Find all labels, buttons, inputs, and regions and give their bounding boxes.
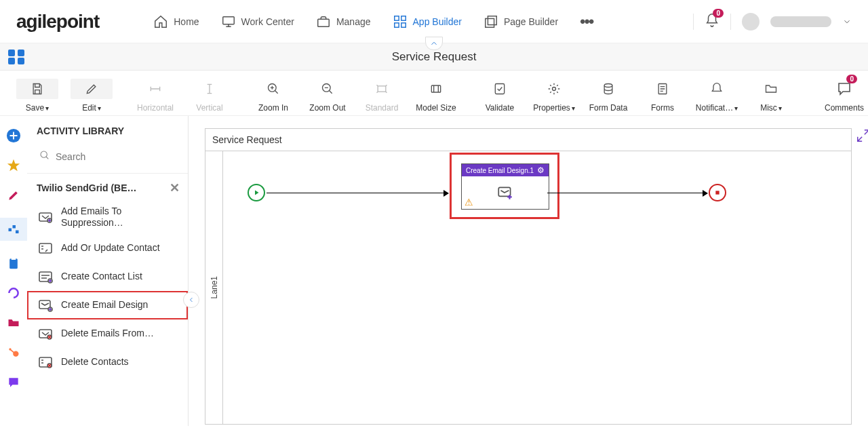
connection[interactable] — [547, 193, 707, 193]
rail-hubspot[interactable] — [6, 345, 21, 360]
validate-button[interactable]: Validate — [475, 79, 525, 113]
activity-highlight: Create Email Design.1 ⚙ ⚠ — [450, 153, 559, 219]
lane-canvas[interactable]: Create Email Design.1 ⚙ ⚠ — [223, 151, 851, 424]
rail-loop[interactable] — [6, 286, 21, 300]
warning-icon: ⚠ — [465, 197, 473, 208]
expand-canvas-button[interactable] — [856, 128, 868, 144]
rail-star[interactable] — [6, 158, 21, 173]
svg-rect-0 — [222, 16, 234, 24]
svg-point-24 — [41, 151, 47, 157]
nav-items: Home Work Center Manage App Builder Page… — [153, 12, 682, 31]
bell-badge: 0 — [713, 9, 724, 18]
activity-icon — [37, 208, 54, 226]
briefcase-icon — [316, 14, 331, 29]
nav-more[interactable]: ••• — [580, 12, 593, 31]
svg-rect-7 — [486, 18, 494, 27]
forms-button[interactable]: Forms — [637, 79, 688, 113]
list-item[interactable]: Delete Contacts — [27, 348, 188, 376]
svg-rect-36 — [498, 187, 510, 196]
svg-rect-2 — [394, 16, 398, 20]
collapse-panel-button[interactable] — [183, 292, 199, 308]
rail-add[interactable] — [6, 128, 21, 143]
apps-icon — [393, 14, 408, 29]
comments-badge: 0 — [846, 75, 857, 83]
notifications-button[interactable]: Notificat…▾ — [692, 79, 742, 113]
library-header: ACTIVITY LIBRARY — [27, 116, 188, 143]
activity-header: Create Email Design.1 ⚙ — [462, 164, 549, 176]
nav-app-builder[interactable]: App Builder — [393, 14, 462, 29]
app-grid-icon[interactable] — [8, 50, 26, 64]
rail-edit[interactable] — [6, 188, 21, 203]
zoom-in-button[interactable]: Zoom In — [248, 79, 298, 113]
connection[interactable] — [267, 193, 448, 193]
search-icon — [39, 150, 50, 163]
list-item-create-email-design[interactable]: Create Email Design — [27, 291, 188, 319]
svg-rect-1 — [318, 19, 330, 26]
svg-rect-6 — [488, 16, 496, 24]
monitor-icon — [221, 14, 236, 29]
search-input[interactable] — [37, 147, 178, 166]
close-icon[interactable]: ✕ — [170, 180, 180, 195]
edit-button[interactable]: Edit▾ — [66, 79, 117, 113]
divider — [693, 14, 694, 30]
logo: agilepoint — [16, 11, 99, 33]
activity-icon — [37, 239, 54, 257]
nav-home[interactable]: Home — [153, 14, 199, 29]
comments-button[interactable]: 0 Comments — [823, 79, 865, 113]
process-canvas[interactable]: Service Request Lane1 Create Email Desig… — [189, 116, 868, 426]
process-header[interactable]: Service Request — [205, 128, 852, 151]
svg-rect-20 — [9, 258, 18, 269]
svg-rect-5 — [401, 22, 405, 26]
gear-icon — [547, 82, 561, 96]
toolbar: Save▾ Edit▾ Horizontal Vertical Zoom In … — [0, 71, 868, 116]
zoom-out-button[interactable]: Zoom Out — [302, 79, 353, 113]
left-rail — [0, 116, 27, 426]
model-size-button[interactable]: Model Size — [411, 79, 461, 113]
list-item[interactable]: Add Or Update Contact — [27, 234, 188, 262]
activity-icon — [37, 353, 54, 371]
notification-bell[interactable]: 0 — [705, 13, 719, 30]
page-title: Service Request — [392, 50, 477, 64]
library-category[interactable]: Twilio SendGrid (BE… ✕ — [27, 174, 188, 200]
save-button[interactable]: Save▾ — [12, 79, 62, 113]
rail-workflow[interactable] — [0, 218, 27, 241]
svg-rect-10 — [378, 86, 386, 92]
rail-folder[interactable] — [6, 315, 21, 330]
standard-button[interactable]: Standard — [357, 79, 407, 113]
vertical-button[interactable]: Vertical — [184, 79, 235, 113]
svg-rect-4 — [394, 22, 398, 26]
list-item[interactable]: Create Contact List — [27, 262, 188, 291]
activity-library-panel: ACTIVITY LIBRARY Twilio SendGrid (BE… ✕ … — [27, 116, 189, 426]
properties-button[interactable]: Properties▾ — [529, 79, 579, 113]
svg-point-13 — [553, 87, 556, 91]
user-name-placeholder — [770, 16, 831, 27]
svg-point-14 — [604, 84, 612, 87]
horizontal-icon — [149, 82, 162, 96]
end-node[interactable] — [709, 184, 726, 201]
svg-rect-3 — [401, 16, 405, 20]
misc-button[interactable]: Misc▾ — [746, 79, 796, 113]
activity-body: ⚠ — [462, 176, 549, 210]
svg-rect-12 — [495, 84, 504, 94]
svg-rect-11 — [431, 85, 440, 92]
collapse-toolbar-button[interactable] — [425, 37, 443, 50]
form-data-button[interactable]: Form Data — [583, 79, 633, 113]
pages-icon — [484, 14, 498, 29]
rail-chat[interactable] — [6, 375, 21, 390]
nav-manage[interactable]: Manage — [316, 14, 371, 29]
nav-page-builder[interactable]: Page Builder — [484, 14, 558, 29]
activity-node[interactable]: Create Email Design.1 ⚙ ⚠ — [461, 163, 549, 210]
list-item[interactable]: Add Emails To Suppression… — [27, 200, 188, 234]
horizontal-button[interactable]: Horizontal — [130, 79, 180, 113]
lane-label[interactable]: Lane1 — [205, 151, 223, 424]
list-item[interactable]: Delete Emails From… — [27, 319, 188, 348]
avatar[interactable] — [742, 13, 760, 31]
gear-icon[interactable]: ⚙ — [537, 166, 545, 175]
chevron-down-icon[interactable] — [842, 17, 852, 26]
forms-icon — [656, 82, 669, 96]
start-node[interactable] — [248, 184, 265, 201]
nav-work-center[interactable]: Work Center — [221, 14, 294, 29]
rail-clipboard[interactable] — [6, 256, 21, 271]
library-list: Add Emails To Suppression… Add Or Update… — [27, 200, 188, 426]
standard-icon — [375, 82, 389, 96]
